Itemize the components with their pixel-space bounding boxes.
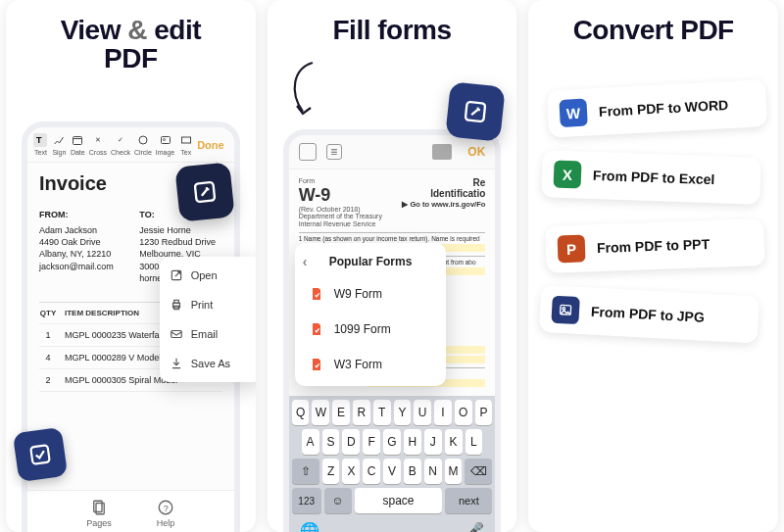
key-p[interactable]: P xyxy=(475,400,493,425)
context-menu: Open Print Email Save As xyxy=(160,257,256,382)
popular-item-w3[interactable]: W3 Form xyxy=(295,347,447,382)
ok-button[interactable]: OK xyxy=(467,145,485,159)
pdf-icon xyxy=(309,321,324,337)
pdf-icon xyxy=(309,286,324,302)
excel-icon: X xyxy=(554,161,582,189)
key-n[interactable]: N xyxy=(424,459,442,484)
svg-point-2 xyxy=(139,136,147,144)
svg-rect-1 xyxy=(74,137,82,145)
panel2-heading: Fill forms xyxy=(268,16,517,44)
convert-ppt[interactable]: P From PDF to PPT xyxy=(546,218,765,273)
key-h[interactable]: H xyxy=(404,429,421,455)
nav-pages[interactable]: Pages xyxy=(86,499,112,528)
tool-image[interactable]: Image xyxy=(156,133,174,156)
edit-form-badge xyxy=(446,81,507,142)
check-badge xyxy=(13,427,68,482)
key-x[interactable]: X xyxy=(342,459,360,484)
svg-rect-16 xyxy=(30,445,50,464)
jpg-icon xyxy=(552,296,580,324)
convert-label: From PDF to WORD xyxy=(599,97,729,120)
bottom-nav: Pages ? Help xyxy=(27,490,234,532)
key-a[interactable]: A xyxy=(302,429,319,455)
key-o[interactable]: O xyxy=(455,400,472,425)
back-chevron-icon[interactable]: ‹ xyxy=(303,254,308,269)
panel3-heading: Convert PDF xyxy=(528,16,778,44)
layout-icon[interactable] xyxy=(299,143,317,161)
mic-icon[interactable]: 🎤 xyxy=(465,521,484,532)
key-backspace[interactable]: ⌫ xyxy=(465,459,492,484)
key-next[interactable]: next xyxy=(445,488,492,513)
nav-help[interactable]: ? Help xyxy=(157,499,175,528)
svg-text:T: T xyxy=(36,135,42,145)
convert-word[interactable]: W From PDF to WORD xyxy=(547,79,767,138)
key-space[interactable]: space xyxy=(355,488,443,513)
key-emoji[interactable]: ☺ xyxy=(324,488,352,513)
key-f[interactable]: F xyxy=(363,429,380,455)
key-shift[interactable]: ⇧ xyxy=(292,459,319,484)
popular-item-w9[interactable]: W9 Form xyxy=(295,276,447,312)
svg-rect-5 xyxy=(181,137,190,143)
convert-label: From PDF to JPG xyxy=(591,304,706,325)
key-i[interactable]: I xyxy=(434,400,452,425)
tool-text[interactable]: TText xyxy=(33,133,48,156)
done-button[interactable]: Done xyxy=(197,139,228,151)
tool-text2[interactable]: Tex xyxy=(178,133,193,156)
print-icon xyxy=(170,298,183,312)
svg-rect-3 xyxy=(161,137,170,144)
tool-sign[interactable]: Sign xyxy=(52,133,67,156)
save-icon xyxy=(170,357,183,370)
menu-print[interactable]: Print xyxy=(160,290,256,319)
key-v[interactable]: V xyxy=(383,459,401,484)
menu-saveas[interactable]: Save As xyxy=(160,349,256,378)
popular-title: Popular Forms xyxy=(329,255,413,268)
key-e[interactable]: E xyxy=(332,400,350,425)
phone-frame-2: ≡ OK Form W-9 (Rev. October 2018) Depart… xyxy=(283,129,502,532)
list-icon[interactable]: ≡ xyxy=(326,144,342,160)
key-d[interactable]: D xyxy=(342,429,360,455)
panel-convert: Convert PDF W From PDF to WORD X From PD… xyxy=(528,0,778,532)
keyboard: QWERTYUIOP ASDFGHJKL ⇧ZXCVBNM⌫ 123 ☺ spa… xyxy=(289,396,496,532)
editor-toolbar: TText Sign Date ✕Cross ✓Check Circle Ima… xyxy=(27,127,234,163)
key-w[interactable]: W xyxy=(312,400,329,425)
key-b[interactable]: B xyxy=(404,459,421,484)
arrow-doodle xyxy=(283,59,322,123)
key-y[interactable]: Y xyxy=(394,400,412,425)
globe-icon[interactable]: 🌐 xyxy=(300,521,319,532)
menu-email[interactable]: Email xyxy=(160,319,256,349)
key-s[interactable]: S xyxy=(322,429,340,455)
key-m[interactable]: M xyxy=(445,459,463,484)
from-block: FROM: Adam Jackson 4490 Oak Drive Albany… xyxy=(39,209,122,284)
tool-check[interactable]: ✓Check xyxy=(111,133,130,156)
convert-excel[interactable]: X From PDF to Excel xyxy=(542,150,761,205)
convert-jpg[interactable]: From PDF to JPG xyxy=(539,285,760,344)
tool-cross[interactable]: ✕Cross xyxy=(89,133,107,156)
panel-fill-forms: Fill forms ≡ OK Form W-9 (Rev. October 2… xyxy=(268,0,517,532)
svg-rect-12 xyxy=(173,300,178,303)
key-z[interactable]: Z xyxy=(322,459,340,484)
key-t[interactable]: T xyxy=(373,400,391,425)
key-k[interactable]: K xyxy=(445,429,463,455)
key-123[interactable]: 123 xyxy=(292,488,321,513)
tool-date[interactable]: Date xyxy=(71,133,85,156)
key-j[interactable]: J xyxy=(424,429,442,455)
convert-label: From PDF to Excel xyxy=(593,168,715,187)
svg-text:?: ? xyxy=(164,504,169,513)
word-icon: W xyxy=(560,99,588,127)
key-q[interactable]: Q xyxy=(292,400,310,425)
popular-forms-sheet: ‹ Popular Forms W9 Form 1099 Form W3 For… xyxy=(295,243,447,386)
key-g[interactable]: G xyxy=(383,429,401,455)
comment-icon[interactable] xyxy=(432,144,452,160)
convert-label: From PDF to PPT xyxy=(597,236,710,256)
tool-circle[interactable]: Circle xyxy=(134,133,152,156)
key-r[interactable]: R xyxy=(353,400,370,425)
key-l[interactable]: L xyxy=(466,429,483,455)
panel-view-edit: View & edit PDF TText Sign Date ✕Cross ✓… xyxy=(6,0,256,532)
key-c[interactable]: C xyxy=(363,459,380,484)
key-u[interactable]: U xyxy=(414,400,431,425)
edit-badge xyxy=(174,162,235,222)
svg-rect-14 xyxy=(171,331,181,338)
form-toolbar: ≡ OK xyxy=(289,135,496,169)
popular-item-1099[interactable]: 1099 Form xyxy=(295,312,447,347)
svg-point-4 xyxy=(163,139,165,141)
menu-open[interactable]: Open xyxy=(160,261,256,290)
